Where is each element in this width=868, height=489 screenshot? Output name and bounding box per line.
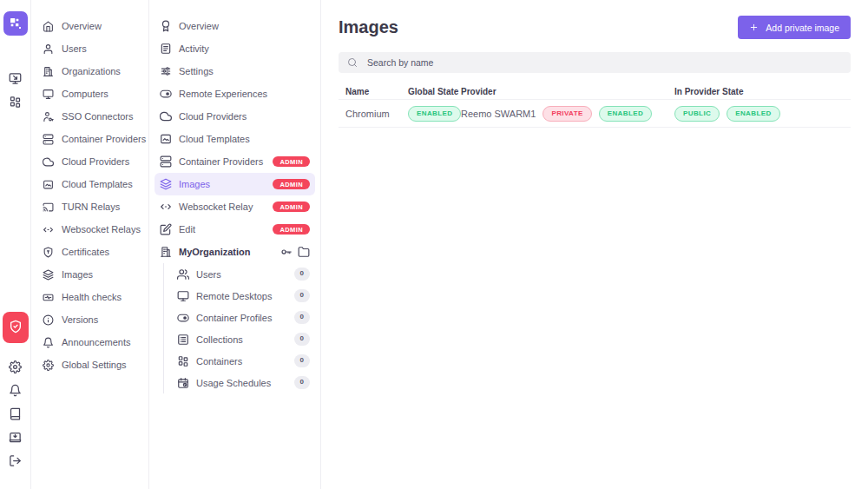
table-header-row: NameGlobal StateProviderIn Provider Stat… — [339, 83, 851, 100]
item-label: Certificates — [62, 247, 109, 257]
item-label: Overview — [62, 21, 102, 31]
admin-sidebar-item-cloud-templates[interactable]: Cloud Templates — [43, 173, 145, 195]
context-sidebar-item-edit[interactable]: EditADMIN — [155, 218, 315, 241]
context-sidebar-item-cloud-templates[interactable]: Cloud Templates — [155, 128, 315, 150]
count-badge: 0 — [294, 333, 310, 345]
admin-sidebar-item-announcements[interactable]: Announcements — [43, 331, 145, 354]
settings-icon[interactable] — [9, 360, 22, 373]
context-sidebar-item-activity[interactable]: Activity — [155, 37, 315, 60]
gear-icon — [43, 360, 54, 371]
admin-sidebar-item-websocket-relays[interactable]: Websocket Relays — [43, 218, 145, 241]
search-input[interactable] — [365, 56, 842, 69]
admin-sidebar-item-cloud-providers[interactable]: Cloud Providers — [43, 150, 145, 173]
admin-sidebar-item-versions[interactable]: Versions — [43, 308, 145, 331]
admin-sidebar-item-sso-connectors[interactable]: SSO Connectors — [43, 105, 145, 128]
org-item-usage-schedules[interactable]: Usage Schedules0 — [172, 372, 315, 393]
screen-share-icon[interactable] — [9, 72, 22, 85]
in-provider-state-cell: PUBLICENABLED — [674, 106, 851, 122]
context-sidebar-item-remote-experiences[interactable]: Remote Experiences — [155, 83, 315, 105]
item-label: Cloud Providers — [179, 111, 247, 122]
column-header-provider: Provider — [461, 87, 674, 96]
column-header-in-provider-state: In Provider State — [674, 87, 851, 96]
item-label: Overview — [179, 21, 219, 31]
admin-sidebar: OverviewUsersOrganizationsComputersSSO C… — [31, 0, 149, 489]
search-icon — [347, 57, 358, 68]
admin-sidebar-item-computers[interactable]: Computers — [43, 83, 145, 105]
toggle-icon — [160, 88, 172, 100]
item-label: Health checks — [62, 292, 122, 302]
admin-sidebar-item-images[interactable]: Images — [43, 263, 145, 286]
table-body: ChromiumENABLEDReemo SWARM1PRIVATEENABLE… — [339, 100, 851, 128]
item-label: Versions — [62, 314, 98, 325]
user-icon — [43, 43, 54, 55]
folder-icon — [298, 246, 310, 258]
provider-name: Reemo SWARM1 — [461, 109, 536, 119]
info-icon — [43, 314, 54, 326]
item-label: Edit — [179, 224, 195, 235]
item-label: Container Providers — [179, 156, 263, 167]
status-badge: PUBLIC — [674, 106, 720, 122]
admin-sidebar-item-health-checks[interactable]: Health checks — [43, 286, 145, 308]
count-badge: 0 — [294, 354, 310, 367]
admin-badge: ADMIN — [273, 179, 310, 190]
app-logo[interactable] — [3, 11, 28, 36]
item-label: Containers — [196, 356, 242, 367]
context-sidebar-item-cloud-providers[interactable]: Cloud Providers — [155, 105, 315, 128]
image-name: Chromium — [345, 109, 408, 119]
context-sidebar-item-websocket-relay[interactable]: Websocket RelayADMIN — [155, 195, 315, 218]
item-label: Websocket Relays — [62, 224, 141, 235]
apps-grid-icon[interactable] — [9, 96, 22, 109]
admin-sidebar-item-organizations[interactable]: Organizations — [43, 60, 145, 83]
org-item-remote-desktops[interactable]: Remote Desktops0 — [172, 285, 315, 307]
client-download-icon[interactable] — [9, 431, 22, 444]
org-item-containers[interactable]: Containers0 — [172, 350, 315, 372]
docs-icon[interactable] — [9, 407, 22, 420]
admin-sidebar-item-container-providers[interactable]: Container Providers — [43, 128, 145, 150]
building-icon — [43, 66, 54, 77]
layers-icon — [43, 269, 54, 281]
toggle-icon — [177, 312, 189, 324]
admin-sidebar-item-overview[interactable]: Overview — [43, 15, 145, 37]
plus-icon — [749, 23, 759, 32]
image-icon — [160, 133, 172, 145]
count-badge: 0 — [294, 268, 310, 280]
add-private-image-button[interactable]: Add private image — [738, 16, 851, 39]
item-label: Cloud Providers — [62, 156, 129, 167]
item-label: Images — [62, 269, 93, 280]
home-icon — [43, 21, 54, 32]
organization-trailing-icons — [280, 246, 310, 258]
notifications-icon[interactable] — [9, 384, 22, 397]
status-badge: ENABLED — [408, 106, 461, 122]
bell-icon — [43, 337, 54, 348]
context-sidebar-item-container-providers[interactable]: Container ProvidersADMIN — [155, 150, 315, 173]
status-badge: PRIVATE — [542, 106, 591, 122]
status-badge: ENABLED — [727, 106, 779, 122]
context-sidebar-item-images[interactable]: ImagesADMIN — [155, 173, 315, 195]
main-header: Images Add private image — [339, 16, 851, 39]
admin-sidebar-item-certificates[interactable]: Certificates — [43, 241, 145, 263]
context-sidebar-item-settings[interactable]: Settings — [155, 60, 315, 83]
security-alert-button[interactable] — [3, 312, 29, 343]
layers-icon — [160, 178, 172, 190]
item-label: Cloud Templates — [62, 179, 133, 189]
shield-icon — [43, 247, 54, 258]
admin-sidebar-item-global-settings[interactable]: Global Settings — [43, 354, 145, 376]
cloud-icon — [160, 110, 172, 122]
org-item-container-profiles[interactable]: Container Profiles0 — [172, 307, 315, 328]
context-sidebar-item-overview[interactable]: Overview — [155, 15, 315, 37]
admin-sidebar-item-users[interactable]: Users — [43, 37, 145, 60]
item-label: MyOrganization — [179, 247, 251, 257]
item-label: Usage Schedules — [196, 378, 271, 388]
admin-sidebar-item-turn-relays[interactable]: TURN Relays — [43, 195, 145, 218]
org-item-users[interactable]: Users0 — [172, 263, 315, 285]
table-row[interactable]: ChromiumENABLEDReemo SWARM1PRIVATEENABLE… — [339, 100, 851, 128]
collection-icon — [177, 334, 189, 346]
organization-row-myorganization[interactable]: MyOrganization — [155, 241, 315, 263]
item-label: Settings — [179, 66, 214, 76]
rail-bottom — [3, 312, 29, 467]
logout-icon[interactable] — [9, 454, 22, 467]
award-icon — [160, 20, 172, 32]
item-label: Container Profiles — [196, 313, 272, 323]
org-item-collections[interactable]: Collections0 — [172, 328, 315, 350]
search-bar — [339, 52, 851, 73]
